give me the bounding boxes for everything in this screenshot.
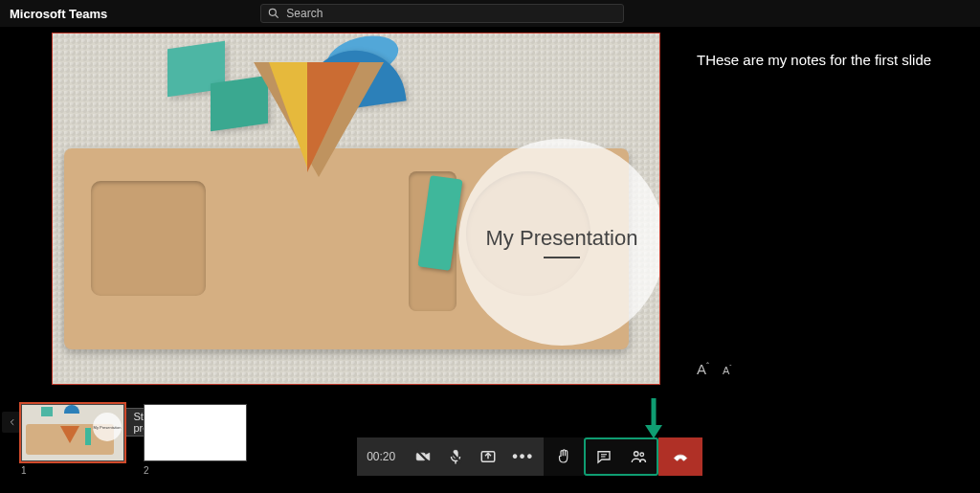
- title-bar: Microsoft Teams Search: [0, 0, 980, 27]
- search-placeholder: Search: [286, 7, 323, 20]
- thumbnail-1[interactable]: My Presentation: [21, 404, 124, 461]
- title-underline: [544, 257, 580, 258]
- title-bubble: My Presentation: [458, 139, 660, 346]
- thumbnail-item[interactable]: 2: [144, 404, 247, 476]
- more-actions-button[interactable]: •••: [512, 448, 534, 465]
- notes-font-controls: Aˆ Aˇ: [697, 361, 972, 377]
- triangle-piece-orange: [307, 62, 360, 172]
- square-slot: [91, 181, 206, 296]
- presenter-notes-text: THese are my notes for the first slide: [697, 52, 972, 68]
- presented-slide-area: My Presentation: [0, 27, 668, 391]
- thumbnail-number: 2: [144, 465, 247, 476]
- thumbnail-2[interactable]: [144, 404, 247, 461]
- participants-icon[interactable]: [630, 448, 647, 465]
- svg-marker-5: [645, 425, 662, 438]
- highlighted-controls: [584, 437, 658, 476]
- bottom-strip: Slide 1 of 2 Stop presenting My Presenta…: [0, 391, 980, 493]
- decrease-font-button[interactable]: Aˇ: [723, 364, 732, 376]
- thumbnail-number: 1: [21, 465, 124, 476]
- mic-off-icon[interactable]: [447, 448, 464, 465]
- svg-point-16: [640, 453, 644, 457]
- svg-point-0: [270, 9, 277, 15]
- hang-up-button[interactable]: [658, 437, 702, 476]
- search-icon: [267, 7, 280, 20]
- camera-off-icon[interactable]: [414, 448, 432, 465]
- thumbnail-item[interactable]: My Presentation 1: [21, 404, 124, 476]
- call-control-bar: 00:20 •••: [357, 437, 702, 476]
- svg-line-1: [276, 15, 278, 18]
- presenter-notes-panel: THese are my notes for the first slide A…: [668, 27, 980, 391]
- slide-title: My Presentation: [486, 226, 638, 251]
- prev-slide-button[interactable]: [8, 416, 17, 428]
- triangle-piece-yellow: [269, 62, 307, 168]
- share-tray-icon[interactable]: [479, 448, 497, 465]
- call-duration: 00:20: [367, 450, 395, 463]
- hang-up-icon: [672, 448, 689, 465]
- app-title: Microsoft Teams: [10, 7, 107, 21]
- slide-thumbnails: My Presentation 1 2: [21, 404, 247, 476]
- increase-font-button[interactable]: Aˆ: [697, 361, 709, 377]
- chat-icon[interactable]: [595, 448, 612, 465]
- search-input[interactable]: Search: [260, 4, 624, 23]
- current-slide[interactable]: My Presentation: [52, 33, 660, 385]
- meeting-stage: My Presentation THese are my notes for t…: [0, 27, 980, 391]
- svg-point-15: [635, 452, 639, 457]
- annotation-arrow: [643, 396, 664, 442]
- raise-hand-icon[interactable]: [555, 448, 572, 465]
